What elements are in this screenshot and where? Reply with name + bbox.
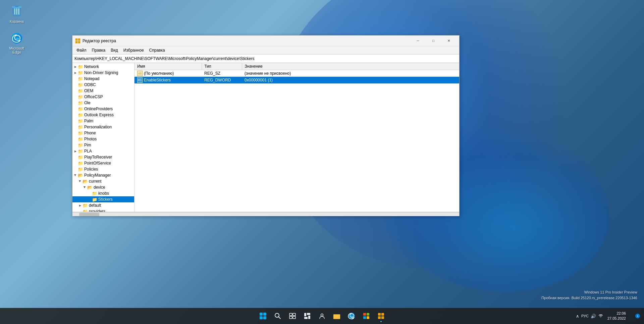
tree-item-default[interactable]: ▶📁default <box>72 202 134 208</box>
tree-label: providers <box>89 209 105 212</box>
tray-chevron-icon[interactable]: ∧ <box>576 314 579 319</box>
tree-item-onlineproviders[interactable]: ▶📁OnlineProviders <box>72 106 134 112</box>
reg-name: 01 EnableStickers <box>135 77 202 83</box>
tree-item-policymanager[interactable]: ▶📂PolicyManager <box>72 172 134 178</box>
table-row[interactable]: ab (По умолчанию) REG_SZ (значение не пр… <box>135 70 459 77</box>
col-header-type[interactable]: Тип <box>202 63 242 70</box>
tree-label: Ole <box>84 101 91 105</box>
svg-rect-21 <box>293 316 296 319</box>
svg-rect-31 <box>367 313 369 316</box>
tree-item-odbc[interactable]: ▶📁ODBC <box>72 82 134 88</box>
volume-icon[interactable]: 🔊 <box>591 314 596 319</box>
tree-item-policies[interactable]: ▶📁Policies <box>72 166 134 172</box>
network-icon[interactable] <box>598 313 603 319</box>
tree-arrow: ▶ <box>78 179 83 184</box>
edge-taskbar-button[interactable] <box>345 309 358 323</box>
tree-item-stickers[interactable]: ▶📁Stickers <box>72 196 134 202</box>
system-clock[interactable]: 22:06 27.05.2022 <box>606 310 627 322</box>
desktop: Корзина Microsoft Edge <box>0 0 644 324</box>
tree-label: PointOfService <box>84 161 111 166</box>
tree-item-outlook-express[interactable]: ▶📁Outlook Express <box>72 112 134 118</box>
tree-arrow-empty: ▶ <box>87 191 92 196</box>
taskbar: ∧ РУС 🔊 22:06 27.05.2022 <box>0 308 644 324</box>
svg-rect-12 <box>260 313 263 316</box>
tree-arrow-empty: ▶ <box>78 209 83 212</box>
svg-rect-30 <box>363 313 366 316</box>
reg-icon: 01 <box>137 77 143 83</box>
reg-name: ab (По умолчанию) <box>135 70 202 77</box>
tree-item-non-driver-signing[interactable]: ▶📁Non-Driver Signing <box>72 70 134 76</box>
tree-arrow: ▶ <box>73 70 78 75</box>
svg-rect-2 <box>15 6 18 7</box>
notification-area[interactable]: 1 <box>630 313 640 319</box>
close-button[interactable]: ✕ <box>441 36 457 46</box>
tree-arrow-empty: ▶ <box>73 143 78 147</box>
start-button[interactable] <box>256 309 270 323</box>
tree-item-pim[interactable]: ▶📁Pim <box>72 142 134 148</box>
tree-item-notepad[interactable]: ▶📁Notepad <box>72 76 134 82</box>
notification-badge: 1 <box>635 314 640 318</box>
tray-icons: ∧ РУС 🔊 <box>576 313 603 319</box>
main-content: ▶📁Network▶📁Non-Driver Signing▶📁Notepad▶📁… <box>72 63 459 212</box>
tree-item-personalization[interactable]: ▶📁Personalization <box>72 124 134 130</box>
search-button[interactable] <box>271 309 284 323</box>
folder-icon: 📁 <box>78 155 83 160</box>
widgets-button[interactable] <box>301 309 314 323</box>
menu-edit[interactable]: Правка <box>89 47 108 53</box>
folder-icon: 📁 <box>78 167 83 172</box>
menu-favorites[interactable]: Избранное <box>121 47 147 53</box>
task-view-button[interactable] <box>286 309 299 323</box>
system-tray: ∧ РУС 🔊 22:06 27.05.2022 <box>572 308 644 324</box>
tree-arrow-empty: ▶ <box>73 107 78 111</box>
tree-item-providers[interactable]: ▶📁providers <box>72 208 134 212</box>
tree-item-officecsp[interactable]: ▶📁OfficeCSP <box>72 94 134 100</box>
folder-icon: 📁 <box>78 125 83 130</box>
tree-item-ole[interactable]: ▶📁Ole <box>72 100 134 106</box>
tree-label: OfficeCSP <box>84 94 103 99</box>
tree-item-knobs[interactable]: ▶📁knobs <box>72 190 134 196</box>
registry-taskbar-button[interactable] <box>374 309 388 323</box>
tree-label: device <box>94 185 105 190</box>
desktop-icon-recycle-bin[interactable]: Корзина <box>3 3 30 25</box>
tree-item-palm[interactable]: ▶📁Palm <box>72 118 134 124</box>
menu-view[interactable]: Вид <box>108 47 121 53</box>
tree-panel[interactable]: ▶📁Network▶📁Non-Driver Signing▶📁Notepad▶📁… <box>72 63 135 212</box>
tree-item-pointofservice[interactable]: ▶📁PointOfService <box>72 160 134 166</box>
tree-item-pla[interactable]: ▶📁PLA <box>72 148 134 154</box>
col-header-value[interactable]: Значение <box>242 63 459 70</box>
clock-date: 27.05.2022 <box>607 316 626 321</box>
tree-item-current[interactable]: ▶📂current <box>72 178 134 184</box>
teams-button[interactable] <box>315 309 329 323</box>
tree-item-phone[interactable]: ▶📁Phone <box>72 130 134 136</box>
tree-item-playtoreceiver[interactable]: ▶📁PlayToReceiver <box>72 154 134 160</box>
desktop-icon-edge[interactable]: Microsoft Edge <box>3 30 30 56</box>
menu-help[interactable]: Справка <box>147 47 168 53</box>
folder-icon: 📁 <box>92 197 97 202</box>
store-button[interactable] <box>360 309 373 323</box>
menu-bar: Файл Правка Вид Избранное Справка <box>72 46 459 54</box>
reg-value: 0x00000001 (1) <box>242 77 459 83</box>
tree-label: Non-Driver Signing <box>84 70 118 75</box>
tree-item-photos[interactable]: ▶📁Photos <box>72 136 134 142</box>
tree-item-network[interactable]: ▶📁Network <box>72 64 134 70</box>
svg-point-7 <box>16 38 20 41</box>
tree-arrow-empty: ▶ <box>73 155 78 159</box>
col-header-name[interactable]: Имя <box>135 63 202 70</box>
keyboard-layout[interactable]: РУС <box>581 314 589 318</box>
folder-open-icon: 📂 <box>87 185 93 190</box>
folder-icon: 📁 <box>83 209 88 212</box>
folder-open-icon: 📂 <box>78 173 83 178</box>
tree-scrollbar[interactable] <box>72 212 459 216</box>
file-explorer-button[interactable] <box>330 309 343 323</box>
menu-file[interactable]: Файл <box>74 47 89 53</box>
minimize-button[interactable]: ─ <box>410 36 426 46</box>
table-row[interactable]: 01 EnableStickers REG_DWORD 0x00000001 (… <box>135 77 459 83</box>
tree-item-oem[interactable]: ▶📁OEM <box>72 88 134 94</box>
tree-item-device[interactable]: ▶📂device <box>72 184 134 190</box>
tree-arrow-empty: ▶ <box>73 88 78 93</box>
maximize-button[interactable]: □ <box>426 36 441 46</box>
svg-rect-10 <box>75 41 77 43</box>
tree-arrow-empty: ▶ <box>73 101 78 105</box>
address-text[interactable]: Компьютер\HKEY_LOCAL_MACHINE\SOFTWARE\Mi… <box>74 56 254 61</box>
folder-icon: 📁 <box>78 161 83 166</box>
